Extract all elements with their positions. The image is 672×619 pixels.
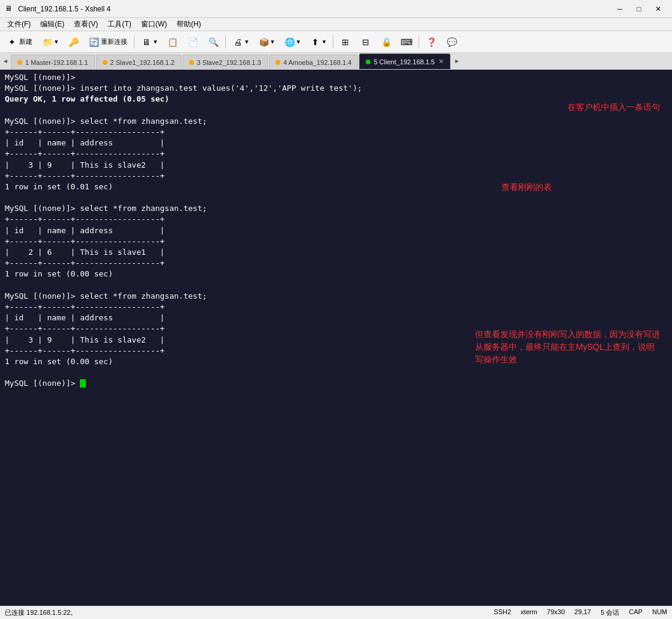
tab-5[interactable]: 5 Client_192.168.1.5 ✕ bbox=[359, 53, 450, 69]
find-button[interactable]: 🔍 bbox=[204, 34, 223, 50]
menu-tools[interactable]: 工具(T) bbox=[103, 18, 136, 31]
terminal-wrapper: MySQL [(none)]> MySQL [(none)]> insert i… bbox=[0, 70, 672, 606]
status-right: SSH2 xterm 79x30 29,17 5 会话 CAP NUM bbox=[494, 608, 667, 617]
monitor-icon: 🖥 bbox=[141, 37, 152, 47]
tab-scroll-left[interactable]: ◄ bbox=[0, 53, 11, 69]
toolbar-separator-1 bbox=[134, 35, 135, 49]
reconnect-icon: 🔄 bbox=[88, 37, 99, 47]
help-icon: ❓ bbox=[426, 37, 437, 47]
sftp-button[interactable]: ⬆ ▾ bbox=[306, 34, 330, 50]
db-button[interactable]: ⊞ bbox=[336, 34, 355, 50]
tab-2[interactable]: 2 Slave1_192.168.1.2 bbox=[96, 55, 181, 69]
session-button[interactable]: 🖥 ▾ bbox=[137, 34, 162, 50]
sftp-icon: ⬆ bbox=[310, 37, 321, 47]
tab-4[interactable]: 4 Amoeba_192.168.1.4 bbox=[269, 55, 359, 69]
tab-dot-4 bbox=[276, 60, 280, 65]
db-icon: ⊞ bbox=[340, 37, 351, 47]
terminal-content: MySQL [(none)]> MySQL [(none)]> insert i… bbox=[5, 72, 667, 389]
paste-button[interactable]: 📄 bbox=[183, 34, 202, 50]
toolbar-separator-4 bbox=[419, 35, 419, 49]
window-controls: ─ □ ✕ bbox=[611, 3, 667, 15]
tab-3[interactable]: 3 Slave2_192.168.1.3 bbox=[183, 55, 268, 69]
tab-scroll-right[interactable]: ► bbox=[452, 53, 462, 69]
print-button[interactable]: 🖨 ▾ bbox=[228, 34, 253, 50]
chat-icon: 💬 bbox=[446, 37, 457, 47]
tab-dot-1 bbox=[17, 60, 22, 65]
transfer-icon: 📦 bbox=[258, 37, 269, 47]
copy-button[interactable]: 📋 bbox=[163, 34, 182, 50]
toolbar-separator-3 bbox=[333, 35, 333, 49]
print-icon: 🖨 bbox=[232, 37, 243, 47]
status-ssh: SSH2 bbox=[494, 608, 511, 617]
tab-dot-3 bbox=[189, 60, 194, 65]
menu-file[interactable]: 文件(F) bbox=[2, 18, 35, 31]
tab-dot-5 bbox=[366, 59, 371, 64]
status-num: NUM bbox=[652, 608, 667, 617]
status-connection: 已连接 192.168.1.5:22。 bbox=[5, 608, 494, 617]
db2-icon: ⊟ bbox=[360, 37, 371, 47]
menu-bar: 文件(F) 编辑(E) 查看(V) 工具(T) 窗口(W) 帮助(H) bbox=[0, 18, 672, 31]
new-icon: ✦ bbox=[7, 37, 17, 47]
menu-edit[interactable]: 编辑(E) bbox=[35, 18, 69, 31]
maximize-button[interactable]: □ bbox=[630, 3, 648, 15]
status-size: 79x30 bbox=[547, 608, 565, 617]
status-term: xterm bbox=[521, 608, 537, 617]
tab-bar: ◄ 1 Master-192.168.1.1 2 Slave1_192.168.… bbox=[0, 53, 672, 70]
help-button[interactable]: ❓ bbox=[422, 34, 441, 50]
key-icon: 🔑 bbox=[68, 37, 79, 47]
menu-view[interactable]: 查看(V) bbox=[69, 18, 103, 31]
menu-help[interactable]: 帮助(H) bbox=[172, 18, 206, 31]
db2-button[interactable]: ⊟ bbox=[356, 34, 375, 50]
title-bar: 🖥 Client_192.168.1.5 - Xshell 4 ─ □ ✕ bbox=[0, 0, 672, 18]
status-pos: 29,17 bbox=[575, 608, 592, 617]
terminal-cursor bbox=[80, 379, 86, 388]
status-caps: CAP bbox=[629, 608, 643, 617]
globe-icon: 🌐 bbox=[284, 37, 295, 47]
paste-icon: 📄 bbox=[187, 37, 198, 47]
compose-button[interactable]: ⌨ bbox=[397, 34, 416, 50]
status-bar: 已连接 192.168.1.5:22。 SSH2 xterm 79x30 29,… bbox=[0, 606, 672, 619]
copy-icon: 📋 bbox=[167, 37, 178, 47]
properties-button[interactable]: 🔑 bbox=[64, 34, 83, 50]
tab-close-5[interactable]: ✕ bbox=[438, 58, 444, 66]
menu-window[interactable]: 窗口(W) bbox=[136, 18, 172, 31]
app-icon: 🖥 bbox=[5, 4, 14, 14]
globe-button[interactable]: 🌐 ▾ bbox=[280, 34, 304, 50]
chat-button[interactable]: 💬 bbox=[442, 34, 461, 50]
close-button[interactable]: ✕ bbox=[649, 3, 667, 15]
transfer-button[interactable]: 📦 ▾ bbox=[254, 34, 279, 50]
status-sessions: 5 会话 bbox=[601, 608, 619, 617]
tab-1[interactable]: 1 Master-192.168.1.1 bbox=[11, 55, 95, 69]
terminal[interactable]: MySQL [(none)]> MySQL [(none)]> insert i… bbox=[0, 70, 672, 606]
lock-button[interactable]: 🔒 bbox=[377, 34, 396, 50]
compose-icon: ⌨ bbox=[401, 37, 412, 47]
toolbar: ✦ 新建 📁 ▾ 🔑 🔄 重新连接 🖥 ▾ 📋 📄 🔍 🖨 ▾ 📦 ▾ 🌐 ▾ … bbox=[0, 31, 672, 53]
search-icon: 🔍 bbox=[208, 37, 219, 47]
open-folder-button[interactable]: 📁 ▾ bbox=[38, 34, 62, 50]
minimize-button[interactable]: ─ bbox=[611, 3, 629, 15]
toolbar-separator-2 bbox=[225, 35, 226, 49]
lock-icon: 🔒 bbox=[381, 37, 392, 47]
reconnect-button[interactable]: 🔄 重新连接 bbox=[84, 34, 132, 50]
new-session-button[interactable]: ✦ 新建 bbox=[2, 34, 37, 50]
folder-icon: 📁 bbox=[42, 37, 53, 47]
title-text: Client_192.168.1.5 - Xshell 4 bbox=[18, 5, 611, 13]
tab-dot-2 bbox=[103, 60, 107, 65]
